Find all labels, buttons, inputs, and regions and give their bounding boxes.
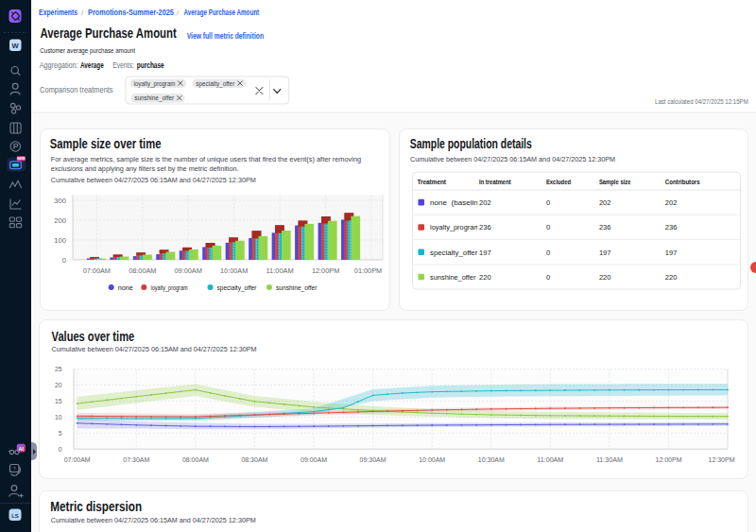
svg-text:loyalty_program: loyalty_program: [134, 79, 176, 88]
svg-text:Promotions-Summer-2025: Promotions-Summer-2025: [88, 8, 174, 17]
svg-text:11:30AM: 11:30AM: [596, 456, 623, 463]
svg-text:0: 0: [545, 223, 549, 232]
svg-text:W: W: [12, 42, 20, 50]
svg-text:Sample population details: Sample population details: [409, 137, 531, 151]
svg-text:/: /: [177, 9, 180, 17]
svg-text:08:00AM: 08:00AM: [182, 456, 209, 463]
svg-text:loyalty_program: loyalty_program: [430, 223, 480, 232]
svg-text:202: 202: [598, 198, 610, 207]
svg-text:09:00AM: 09:00AM: [301, 456, 327, 463]
svg-text:197: 197: [479, 248, 491, 256]
svg-text:LS: LS: [11, 513, 19, 519]
svg-text:specialty_offer: specialty_offer: [217, 283, 257, 292]
svg-text:202: 202: [664, 198, 677, 207]
svg-text:Comparison treatments: Comparison treatments: [40, 85, 113, 94]
svg-text:220: 220: [479, 272, 491, 281]
svg-text:202: 202: [479, 198, 491, 207]
svg-text:NEW: NEW: [17, 157, 26, 161]
svg-text:AI: AI: [19, 446, 25, 452]
svg-text:Contributors: Contributors: [664, 177, 699, 185]
svg-text:20: 20: [55, 382, 62, 388]
svg-text:loyalty_program: loyalty_program: [151, 283, 188, 292]
svg-text:236: 236: [598, 223, 610, 232]
svg-text:15: 15: [55, 398, 62, 404]
svg-text:sunshine_offer: sunshine_offer: [134, 94, 175, 102]
svg-text:12:30PM: 12:30PM: [709, 456, 735, 463]
svg-text:236: 236: [664, 223, 677, 232]
svg-text:10:00AM: 10:00AM: [220, 266, 248, 274]
svg-text:09:00AM: 09:00AM: [175, 266, 202, 274]
svg-text:Average Purchase Amount: Average Purchase Amount: [184, 8, 260, 17]
svg-text:sunshine_offer: sunshine_offer: [430, 272, 476, 281]
svg-text:10:30AM: 10:30AM: [478, 456, 505, 463]
svg-text:25: 25: [55, 366, 62, 372]
svg-text:exclusions and applying any fi: exclusions and applying any filters set …: [51, 164, 239, 173]
svg-text:purchase: purchase: [137, 60, 164, 70]
svg-text:specialty_offer: specialty_offer: [430, 248, 478, 256]
svg-text:specialty_offer: specialty_offer: [196, 79, 235, 88]
svg-text:300: 300: [54, 196, 66, 204]
svg-text:200: 200: [54, 215, 66, 224]
svg-text:220: 220: [664, 272, 677, 281]
svg-text:07:00AM: 07:00AM: [83, 266, 111, 274]
svg-text:Aggregation:: Aggregation:: [40, 60, 78, 70]
svg-text:10:00AM: 10:00AM: [419, 456, 445, 463]
svg-text:01:00PM: 01:00PM: [354, 266, 382, 274]
svg-text:sunshine_offer: sunshine_offer: [276, 283, 318, 292]
svg-text:Experiments: Experiments: [39, 8, 77, 17]
svg-text:220: 220: [598, 272, 610, 281]
svg-text:12:00PM: 12:00PM: [312, 266, 339, 274]
svg-text:11:00AM: 11:00AM: [537, 456, 563, 463]
svg-text:Sample size over time: Sample size over time: [50, 137, 162, 151]
svg-text:Events:: Events:: [112, 60, 134, 70]
svg-text:12:00PM: 12:00PM: [656, 456, 682, 463]
svg-text:Last calculated 04/27/2025 12:: Last calculated 04/27/2025 12:15PM: [655, 97, 748, 106]
svg-text:197: 197: [664, 248, 677, 256]
svg-text:Cumulative between 04/27/2025: Cumulative between 04/27/2025 06:15AM an…: [51, 515, 256, 523]
svg-text:09:30AM: 09:30AM: [360, 456, 387, 463]
svg-text:100: 100: [54, 235, 66, 244]
svg-text:In treatment: In treatment: [479, 177, 511, 185]
svg-text:For average metrics, sample si: For average metrics, sample size is the …: [51, 154, 361, 163]
svg-text:none: none: [118, 283, 134, 292]
svg-text:0: 0: [59, 446, 62, 453]
svg-text:none (baseline): none (baseline): [430, 198, 485, 207]
svg-text:10: 10: [55, 414, 62, 420]
svg-text:?: ?: [13, 466, 16, 472]
svg-text:Sample size: Sample size: [598, 177, 630, 185]
svg-text:08:00AM: 08:00AM: [129, 266, 156, 274]
svg-text:5: 5: [59, 430, 62, 437]
svg-text:0: 0: [62, 255, 66, 264]
svg-text:Average: Average: [80, 60, 104, 70]
svg-text:Cumulative between 04/27/2025: Cumulative between 04/27/2025 06:15AM an…: [51, 176, 256, 184]
svg-text:View full metric definition: View full metric definition: [187, 31, 264, 41]
svg-text:236: 236: [479, 223, 491, 232]
svg-text:/: /: [81, 9, 84, 17]
svg-text:Excluded: Excluded: [545, 177, 570, 185]
svg-text:0: 0: [545, 248, 549, 256]
svg-text:Metric dispersion: Metric dispersion: [50, 499, 142, 513]
svg-text:Cumulative between 04/27/2025: Cumulative between 04/27/2025 06:15AM an…: [52, 345, 257, 353]
svg-text:07:00AM: 07:00AM: [64, 456, 91, 463]
svg-text:Customer average purchase amou: Customer average purchase amount: [40, 46, 135, 55]
svg-text:Average Purchase Amount: Average Purchase Amount: [41, 25, 177, 41]
svg-text:Treatment: Treatment: [417, 177, 446, 185]
svg-text:07:30AM: 07:30AM: [123, 456, 149, 463]
svg-text:0: 0: [545, 272, 549, 281]
svg-text:11:00AM: 11:00AM: [266, 266, 293, 274]
svg-text:08:30AM: 08:30AM: [241, 456, 267, 463]
svg-text:Values over time: Values over time: [52, 330, 135, 344]
svg-text:Cumulative between 04/27/2025: Cumulative between 04/27/2025 06:15AM an…: [410, 154, 615, 163]
svg-text:197: 197: [598, 248, 610, 256]
svg-text:0: 0: [545, 198, 549, 207]
